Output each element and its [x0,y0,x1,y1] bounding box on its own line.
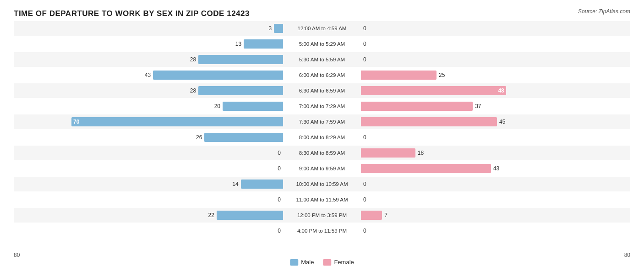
male-bar [198,86,283,95]
male-value: 0 [278,165,281,172]
male-bar: 70 [71,117,283,126]
male-value: 14 [232,181,238,187]
female-section: 43 [361,161,499,176]
female-value-inside: 48 [498,87,504,94]
chart-row: 8:30 AM to 8:59 AM018 [14,146,630,160]
chart-row: 9:00 AM to 9:59 AM043 [14,161,630,176]
male-value: 0 [278,150,281,156]
female-value: 0 [363,56,366,63]
male-bar [274,24,283,33]
female-value: 7 [384,212,387,218]
male-value: 26 [196,134,202,141]
chart-row: 12:00 PM to 3:59 PM227 [14,208,630,223]
female-section: 48 [361,83,506,98]
female-section: 0 [361,223,366,238]
female-bar [361,71,437,80]
male-bar [198,55,283,64]
female-section: 45 [361,114,505,129]
time-label: 10:00 AM to 10:59 AM [296,181,348,187]
female-bar [361,164,491,173]
male-section: 43 [145,68,283,82]
time-label: 8:00 AM to 8:29 AM [299,135,345,140]
time-label: 8:30 AM to 8:59 AM [299,150,345,156]
female-section: 0 [361,52,366,67]
female-section: 0 [361,130,366,145]
female-bar [361,117,497,126]
male-section: 0 [278,146,283,160]
male-section: 28 [190,52,283,67]
time-label: 12:00 AM to 4:59 AM [298,26,347,31]
male-section: 14 [232,177,283,191]
chart-row: 5:30 AM to 5:59 AM280 [14,52,630,67]
time-label: 6:00 AM to 6:29 AM [299,72,345,78]
source-text: Source: ZipAtlas.com [578,8,630,15]
female-section: 37 [361,99,481,114]
female-bar: 48 [361,86,506,95]
female-section: 0 [361,177,366,191]
axis-label-left: 80 [14,252,20,258]
female-value: 25 [439,72,445,78]
chart-row: 8:00 AM to 8:29 AM260 [14,130,630,145]
time-label: 11:00 AM to 11:59 AM [296,197,348,202]
female-bar [361,211,382,220]
female-section: 0 [361,192,366,207]
chart-row: 11:00 AM to 11:59 AM00 [14,192,630,207]
time-label: 5:30 AM to 5:59 AM [299,57,345,62]
chart-title: TIME OF DEPARTURE TO WORK BY SEX IN ZIP … [14,9,630,18]
chart-row: 4:00 PM to 11:59 PM00 [14,223,630,238]
legend: Male Female [290,259,354,266]
male-value-inside: 70 [73,119,79,125]
female-section: 18 [361,146,424,160]
time-label: 7:00 AM to 7:29 AM [299,103,345,109]
female-section: 7 [361,208,387,223]
legend-female-box [323,259,331,266]
male-bar [223,102,283,111]
time-label: 12:00 PM to 3:59 PM [297,212,347,218]
female-value: 0 [363,41,366,47]
legend-female: Female [323,259,354,266]
female-value: 0 [363,181,366,187]
axis-label-right: 80 [624,252,630,258]
time-label: 6:30 AM to 6:59 AM [299,88,345,93]
time-label: 7:30 AM to 7:59 AM [299,119,345,125]
female-section: 0 [361,21,366,36]
male-section: 26 [196,130,283,145]
female-value: 0 [363,196,366,203]
female-value: 37 [475,103,481,109]
chart-row: 12:00 AM to 4:59 AM30 [14,21,630,36]
male-section: 13 [235,37,283,51]
male-section: 70 [71,114,283,129]
legend-male: Male [290,259,314,266]
chart-row: 7:00 AM to 7:29 AM2037 [14,99,630,114]
male-value: 20 [214,103,220,109]
time-label: 9:00 AM to 9:59 AM [299,166,345,171]
male-bar [241,180,283,189]
female-value: 18 [418,150,424,156]
male-section: 0 [278,223,283,238]
chart-row: 5:00 AM to 5:29 AM130 [14,37,630,51]
female-value: 45 [499,119,505,125]
male-value: 13 [235,41,241,47]
male-value: 28 [190,87,196,94]
female-bar [361,102,473,111]
male-value: 3 [269,25,272,32]
male-section: 0 [278,161,283,176]
male-section: 20 [214,99,283,114]
female-value: 0 [363,134,366,141]
male-section: 28 [190,83,283,98]
male-value: 0 [278,228,281,234]
legend-male-box [290,259,298,266]
legend-female-label: Female [334,259,354,266]
male-value: 28 [190,56,196,63]
chart-row: 10:00 AM to 10:59 AM140 [14,177,630,191]
chart-row: 6:00 AM to 6:29 AM4325 [14,68,630,82]
male-bar [217,211,283,220]
female-value: 0 [363,228,366,234]
female-section: 0 [361,37,366,51]
male-value: 0 [278,196,281,203]
male-section: 0 [278,192,283,207]
male-bar [153,71,283,80]
time-label: 4:00 PM to 11:59 PM [297,228,347,234]
male-bar [244,39,283,49]
chart-area: 12:00 AM to 4:59 AM305:00 AM to 5:29 AM1… [14,21,630,234]
